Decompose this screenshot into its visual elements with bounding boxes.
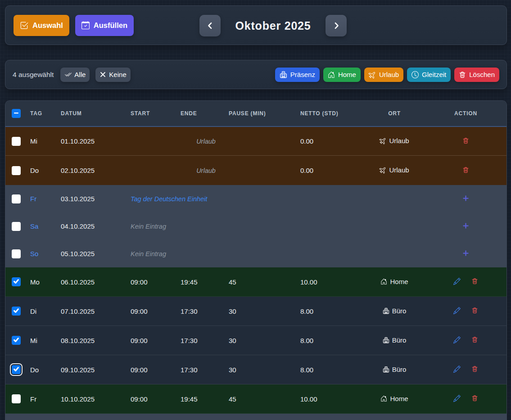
cell-start: 09:00 bbox=[126, 297, 176, 326]
table-row-06.10.2025: Mo06.10.202509:0019:454510.00Home bbox=[5, 267, 506, 297]
row-checkbox[interactable] bbox=[12, 249, 21, 258]
cell-ort: Home bbox=[364, 267, 425, 297]
select-none-label: Keine bbox=[109, 71, 126, 78]
cell-ort: Home bbox=[364, 384, 425, 414]
trash-icon bbox=[462, 137, 469, 144]
cell-action bbox=[425, 297, 506, 326]
gleitzeit-button[interactable]: Gleitzeit bbox=[407, 68, 451, 82]
row-checkbox[interactable] bbox=[12, 307, 21, 316]
table-header-row: TAG DATUM START ENDE PAUSE (MIN) NETTO (… bbox=[5, 101, 506, 127]
next-month-button[interactable] bbox=[326, 15, 347, 36]
plus-icon bbox=[462, 250, 469, 257]
x-icon bbox=[99, 71, 106, 78]
edit-entry-button[interactable] bbox=[453, 307, 461, 314]
praesenz-button[interactable]: Präsenz bbox=[275, 68, 320, 82]
cell-start: 09:00 bbox=[126, 326, 176, 355]
cell-netto: 8.00 bbox=[295, 297, 364, 326]
calendar-check-icon bbox=[81, 21, 90, 29]
delete-entry-button[interactable] bbox=[462, 137, 469, 144]
cell-pause: 30 bbox=[224, 355, 295, 384]
table-row-09.10.2025: Do09.10.202509:0017:30308.00Büro bbox=[5, 355, 506, 384]
select-all-button[interactable]: Alle bbox=[60, 68, 90, 82]
loeschen-button[interactable]: Löschen bbox=[454, 68, 499, 82]
page: Auswahl Ausfüllen Oktober 2025 bbox=[0, 0, 511, 420]
column-header-start[interactable]: START bbox=[126, 101, 176, 127]
indeterminate-dash-icon bbox=[14, 110, 19, 117]
cell-note: Urlaub bbox=[126, 156, 295, 185]
edit-entry-button[interactable] bbox=[453, 366, 461, 373]
delete-entry-button[interactable] bbox=[471, 395, 478, 402]
add-entry-button[interactable] bbox=[462, 222, 469, 229]
select-none-button[interactable]: Keine bbox=[95, 68, 130, 82]
urlaub-label: Urlaub bbox=[379, 71, 399, 78]
column-header-tag[interactable]: TAG bbox=[25, 101, 56, 127]
table-row-02.10.2025: Do02.10.2025Urlaub0.00Urlaub bbox=[5, 156, 506, 185]
add-entry-button[interactable] bbox=[462, 250, 469, 257]
pencil-icon bbox=[453, 395, 461, 402]
row-checkbox[interactable] bbox=[12, 365, 21, 374]
buildings-icon bbox=[383, 366, 389, 373]
trash-icon bbox=[471, 395, 478, 402]
row-checkbox[interactable] bbox=[12, 222, 21, 231]
edit-entry-button[interactable] bbox=[453, 278, 461, 285]
ausfuellen-button[interactable]: Ausfüllen bbox=[75, 15, 134, 36]
cell-ort bbox=[364, 212, 425, 240]
row-checkbox[interactable] bbox=[12, 277, 21, 286]
cell-pause: 45 bbox=[224, 384, 295, 414]
cell-ende: 19:45 bbox=[176, 384, 224, 414]
table-row-10.10.2025: Fr10.10.202509:0019:454510.00Home bbox=[5, 384, 506, 414]
timesheet-table: TAG DATUM START ENDE PAUSE (MIN) NETTO (… bbox=[5, 101, 506, 420]
selected-count: 4 ausgewählt bbox=[13, 71, 54, 79]
edit-entry-button[interactable] bbox=[453, 336, 461, 343]
month-navigation: Oktober 2025 bbox=[199, 15, 347, 36]
edit-entry-button[interactable] bbox=[453, 395, 461, 402]
cell-note: Kein Eintrag bbox=[126, 212, 295, 240]
delete-entry-button[interactable] bbox=[471, 278, 478, 285]
delete-entry-button[interactable] bbox=[471, 336, 478, 343]
previous-month-button[interactable] bbox=[199, 15, 221, 36]
cell-datum: 09.10.2025 bbox=[56, 355, 126, 384]
check-icon bbox=[13, 278, 19, 286]
cell-ort: Urlaub bbox=[364, 156, 425, 185]
cell-note: Kein Eintrag bbox=[126, 240, 295, 267]
cell-tag: Sa bbox=[25, 212, 56, 240]
cell-netto bbox=[295, 212, 364, 240]
urlaub-button[interactable]: Urlaub bbox=[364, 68, 403, 82]
house-icon bbox=[380, 278, 387, 285]
header-bar: Auswahl Ausfüllen Oktober 2025 bbox=[5, 5, 507, 45]
row-checkbox[interactable] bbox=[12, 336, 21, 345]
cell-ort bbox=[364, 240, 425, 267]
select-all-checkbox[interactable] bbox=[12, 109, 21, 118]
check-square-icon bbox=[20, 21, 28, 30]
column-header-netto[interactable]: NETTO (STD) bbox=[295, 101, 364, 127]
delete-entry-button[interactable] bbox=[471, 307, 478, 314]
column-header-ende[interactable]: ENDE bbox=[176, 101, 224, 127]
cell-ende: 17:30 bbox=[176, 297, 224, 326]
cell-ort: Büro bbox=[364, 297, 425, 326]
trash-icon bbox=[471, 307, 478, 314]
delete-entry-button[interactable] bbox=[462, 167, 469, 173]
row-checkbox[interactable] bbox=[12, 394, 21, 403]
column-header-datum[interactable]: DATUM bbox=[56, 101, 126, 127]
airplane-icon bbox=[380, 167, 386, 173]
home-button[interactable]: Home bbox=[323, 68, 361, 82]
row-checkbox[interactable] bbox=[12, 194, 21, 203]
cell-start: 09:00 bbox=[126, 384, 176, 414]
column-header-pause[interactable]: PAUSE (MIN) bbox=[224, 101, 295, 127]
column-header-ort[interactable]: ORT bbox=[364, 101, 425, 127]
add-entry-button[interactable] bbox=[462, 195, 469, 202]
select-buttons: Alle Keine bbox=[60, 68, 130, 82]
cell-tag: So bbox=[25, 240, 56, 267]
table-row-07.10.2025: Di07.10.202509:0017:30308.00Büro bbox=[5, 297, 506, 326]
row-checkbox[interactable] bbox=[12, 166, 21, 175]
row-checkbox[interactable] bbox=[12, 137, 21, 146]
column-header-action[interactable]: ACTION bbox=[425, 101, 506, 127]
auswahl-button[interactable]: Auswahl bbox=[14, 15, 69, 36]
house-icon bbox=[380, 395, 387, 402]
buildings-icon bbox=[280, 71, 287, 78]
cell-netto: 0.00 bbox=[295, 156, 364, 185]
buildings-icon bbox=[383, 307, 389, 314]
ort-label: Büro bbox=[392, 336, 407, 344]
delete-entry-button[interactable] bbox=[471, 366, 478, 372]
month-title: Oktober 2025 bbox=[221, 19, 326, 32]
